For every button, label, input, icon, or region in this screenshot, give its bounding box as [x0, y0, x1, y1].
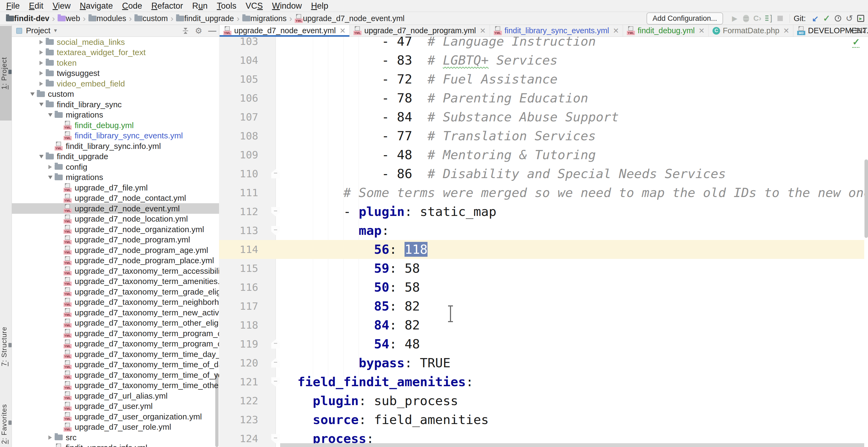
breadcrumb-item[interactable]: › findit_upgrade	[168, 13, 234, 24]
tree-row[interactable]: findit_upgrade	[12, 151, 219, 162]
project-panel-title[interactable]: Project	[26, 26, 50, 35]
tab-list-dropdown[interactable]: ▼ 2	[849, 25, 866, 36]
tree-row[interactable]: migrations	[12, 110, 219, 120]
editor-tab[interactable]: YML upgrade_d7_node_program.yml ✕	[350, 25, 490, 36]
tree-row[interactable]: token	[12, 58, 219, 68]
tree-row[interactable]: YML findit_library_sync.info.yml	[12, 141, 219, 151]
tool-window-tab--project[interactable]: 1: Project	[0, 26, 12, 121]
tree-row[interactable]: YML upgrade_d7_taxonomy_term_accessibili…	[12, 266, 219, 276]
close-icon[interactable]: ✕	[613, 27, 619, 35]
code-line[interactable]: 85: 82	[298, 297, 420, 316]
code-line[interactable]: - 83 # LGBTQ+ Services	[298, 51, 558, 70]
tree-row[interactable]: YML upgrade_d7_node_event.yml	[12, 203, 219, 214]
run-icon[interactable]: ▶	[729, 13, 740, 24]
menu-item-edit[interactable]: Edit	[24, 0, 48, 11]
collapse-arrow-icon[interactable]	[39, 155, 43, 158]
run-anything-icon[interactable]: ▶	[855, 13, 866, 24]
code-line[interactable]: bypass: TRUE	[298, 353, 451, 373]
tree-row[interactable]: migrations	[12, 172, 219, 183]
expand-arrow-icon[interactable]	[39, 71, 43, 75]
tree-row[interactable]: YML upgrade_d7_taxonomy_term_time_of_yea…	[12, 370, 219, 380]
editor-tab[interactable]: YML findit_library_sync_events.yml ✕	[490, 25, 623, 36]
tree-row[interactable]: YML upgrade_d7_taxonomy_term_time_other.…	[12, 380, 219, 391]
tree-row[interactable]: YML upgrade_d7_url_alias.yml	[12, 390, 219, 401]
menu-item-help[interactable]: Help	[306, 0, 333, 11]
chevron-down-icon[interactable]: ▼	[53, 28, 58, 33]
breadcrumb-item[interactable]: › migrations	[234, 13, 286, 24]
tree-row[interactable]: YML upgrade_d7_taxonomy_term_program_cat…	[12, 339, 219, 349]
code-line[interactable]: - 78 # Parenting Education	[298, 89, 588, 107]
expand-arrow-icon[interactable]	[49, 165, 52, 169]
tree-row[interactable]: YML upgrade_d7_taxonomy_term_new_activit…	[12, 307, 219, 318]
breadcrumb-item[interactable]: findit-dev	[6, 14, 50, 23]
collapse-arrow-icon[interactable]	[39, 103, 43, 106]
editor-pane[interactable]: 103 - 47 # Language Instruction104 - 83 …	[219, 37, 868, 447]
breadcrumb-item[interactable]: › YML upgrade_d7_node_event.yml	[287, 13, 405, 24]
tree-row[interactable]: video_embed_field	[12, 78, 219, 89]
tool-window-tab--favorites[interactable]: 2: Favorites	[0, 387, 12, 447]
expand-arrow-icon[interactable]	[39, 50, 43, 55]
history-clock-icon[interactable]	[832, 13, 844, 24]
close-icon[interactable]: ✕	[340, 27, 346, 35]
code-line[interactable]: 56: 118	[298, 240, 428, 259]
code-line[interactable]: - 48 # Mentoring & Tutoring	[298, 146, 596, 164]
expand-arrow-icon[interactable]	[39, 61, 43, 65]
tree-row[interactable]: YML upgrade_d7_user.yml	[12, 401, 219, 412]
stop-icon[interactable]	[774, 13, 786, 24]
tree-row[interactable]: YML upgrade_d7_user_organization.yml	[12, 411, 219, 422]
editor-vertical-scrollbar[interactable]	[865, 159, 868, 238]
menu-item-run[interactable]: Run	[188, 0, 212, 11]
menu-item-window[interactable]: Window	[268, 0, 306, 11]
code-line[interactable]: - 84 # Substance Abuse Support	[298, 107, 619, 126]
editor-tab[interactable]: YML upgrade_d7_node_event.yml ✕	[220, 25, 350, 36]
editor-tab[interactable]: YML findit_debug.yml ✕	[623, 25, 709, 36]
menu-item-tools[interactable]: Tools	[212, 0, 241, 11]
menu-item-navigate[interactable]: Navigate	[75, 0, 117, 11]
add-configuration-button[interactable]: Add Configuration...	[647, 12, 723, 25]
gear-icon[interactable]: ⚙	[195, 26, 202, 35]
menu-item-view[interactable]: View	[48, 0, 75, 11]
hide-panel-icon[interactable]: —	[208, 26, 216, 35]
tree-row[interactable]: config	[12, 162, 219, 172]
tree-row[interactable]: YML findit_upgrade.info.yml	[12, 443, 219, 447]
tree-row[interactable]: YML upgrade_d7_taxonomy_term_amenities.y…	[12, 276, 219, 287]
close-icon[interactable]: ✕	[783, 27, 789, 35]
tool-window-tab--structure[interactable]: 7: Structure	[0, 309, 12, 384]
tree-row[interactable]: social_media_links	[12, 37, 219, 47]
editor-tab[interactable]: C FormatDate.php ✕	[709, 25, 794, 36]
tree-row[interactable]: YML upgrade_d7_node_program.yml	[12, 234, 219, 245]
tree-row[interactable]: twigsuggest	[12, 68, 219, 78]
tree-row[interactable]: YML findit_library_sync_events.yml	[12, 131, 219, 141]
breadcrumb-item[interactable]: › custom	[126, 13, 168, 24]
tree-row[interactable]: YML upgrade_d7_taxonomy_term_neighborhoo…	[12, 297, 219, 308]
collapse-arrow-icon[interactable]	[30, 92, 35, 96]
breadcrumb-item[interactable]: › modules	[80, 13, 126, 24]
tree-row[interactable]: YML upgrade_d7_user_role.yml	[12, 422, 219, 433]
code-line[interactable]: - plugin: static_map	[298, 202, 496, 221]
inspection-status-icon[interactable]: ✓	[852, 37, 864, 51]
rollback-icon[interactable]: ↺	[844, 13, 855, 24]
tree-row[interactable]: YML upgrade_d7_taxonomy_term_grade_eligi…	[12, 286, 219, 297]
tree-row[interactable]: textarea_widget_for_text	[12, 47, 219, 58]
code-line[interactable]: - 72 # Fuel Assistance	[298, 70, 558, 89]
tree-row[interactable]: YML upgrade_d7_taxonomy_term_program_cat…	[12, 328, 219, 339]
code-line[interactable]: - 86 # Disability and Special Needs Serv…	[298, 164, 726, 183]
attach-debugger-icon[interactable]	[763, 13, 774, 24]
git-commit-icon[interactable]: ✓	[821, 13, 832, 24]
tree-row[interactable]: findit_library_sync	[12, 99, 219, 110]
editor-horizontal-scrollbar[interactable]	[280, 443, 864, 447]
git-update-icon[interactable]: ↙	[810, 13, 821, 24]
collapse-all-icon[interactable]	[182, 27, 189, 34]
code-line[interactable]: 54: 48	[298, 334, 420, 353]
tree-row[interactable]: src	[12, 432, 219, 443]
tree-row[interactable]: YML upgrade_d7_node_program_age.yml	[12, 245, 219, 255]
collapse-arrow-icon[interactable]	[48, 175, 53, 179]
code-line[interactable]: field_findit_amenities:	[298, 373, 473, 391]
code-line[interactable]: map:	[298, 221, 390, 240]
breadcrumb-item[interactable]: › web	[50, 13, 80, 24]
code-line[interactable]: - 47 # Language Instruction	[298, 37, 596, 51]
code-line[interactable]: 59: 58	[298, 259, 420, 278]
tree-row[interactable]: YML upgrade_d7_node_location.yml	[12, 214, 219, 224]
code-line[interactable]: plugin: sub_process	[298, 391, 458, 410]
menu-item-vcs[interactable]: VCS	[241, 0, 268, 11]
